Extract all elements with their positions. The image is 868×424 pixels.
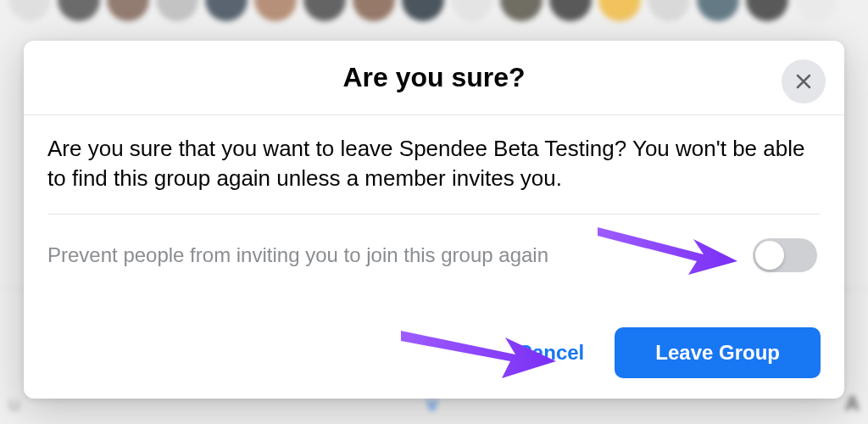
toggle-label: Prevent people from inviting you to join…	[47, 243, 548, 267]
close-button[interactable]	[782, 59, 826, 103]
cancel-button[interactable]: Cancel	[498, 331, 605, 375]
prevent-invites-toggle[interactable]	[753, 238, 817, 272]
dialog-message: Are you sure that you want to leave Spen…	[47, 134, 821, 214]
close-icon	[793, 71, 814, 92]
dialog-footer: Cancel Leave Group	[24, 317, 844, 399]
dialog-body: Are you sure that you want to leave Spen…	[24, 115, 844, 317]
dialog-title: Are you sure?	[342, 62, 525, 93]
leave-group-dialog: Are you sure? Are you sure that you want…	[24, 41, 844, 399]
prevent-invites-row: Prevent people from inviting you to join…	[47, 214, 821, 293]
dialog-header: Are you sure?	[24, 41, 844, 115]
leave-group-button[interactable]: Leave Group	[615, 327, 821, 378]
toggle-knob	[755, 241, 784, 270]
